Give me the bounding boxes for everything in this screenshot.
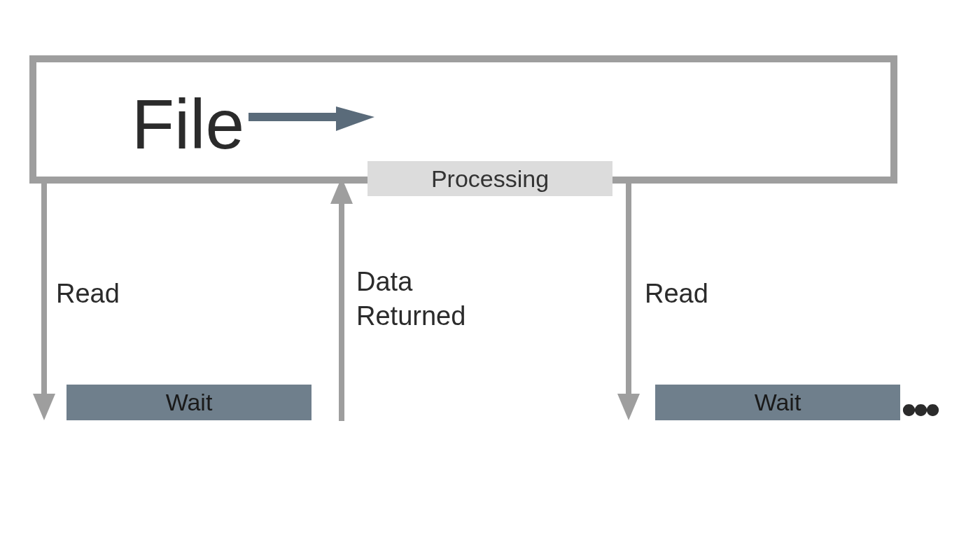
wait-box-1: Wait bbox=[66, 385, 312, 420]
arrow-up-data-returned-icon bbox=[328, 176, 356, 421]
svg-marker-5 bbox=[330, 177, 353, 204]
file-label: File bbox=[132, 84, 244, 165]
read-label-1: Read bbox=[56, 279, 120, 309]
arrow-down-read-1-icon bbox=[30, 184, 58, 422]
read-label-2: Read bbox=[645, 279, 708, 309]
data-returned-line2: Returned bbox=[356, 301, 465, 331]
processing-label: Processing bbox=[431, 165, 549, 193]
wait-label-1: Wait bbox=[166, 389, 213, 416]
wait-label-2: Wait bbox=[755, 389, 802, 416]
data-returned-label: Data Returned bbox=[356, 265, 465, 334]
ellipsis-icon: ••• bbox=[902, 385, 937, 434]
processing-box: Processing bbox=[368, 161, 612, 196]
arrow-down-read-2-icon bbox=[615, 184, 643, 422]
data-returned-line1: Data bbox=[356, 267, 412, 296]
file-arrow-right-icon bbox=[248, 106, 374, 142]
svg-marker-1 bbox=[336, 106, 374, 131]
svg-marker-7 bbox=[617, 394, 640, 420]
svg-marker-3 bbox=[33, 394, 55, 420]
wait-box-2: Wait bbox=[655, 385, 900, 420]
